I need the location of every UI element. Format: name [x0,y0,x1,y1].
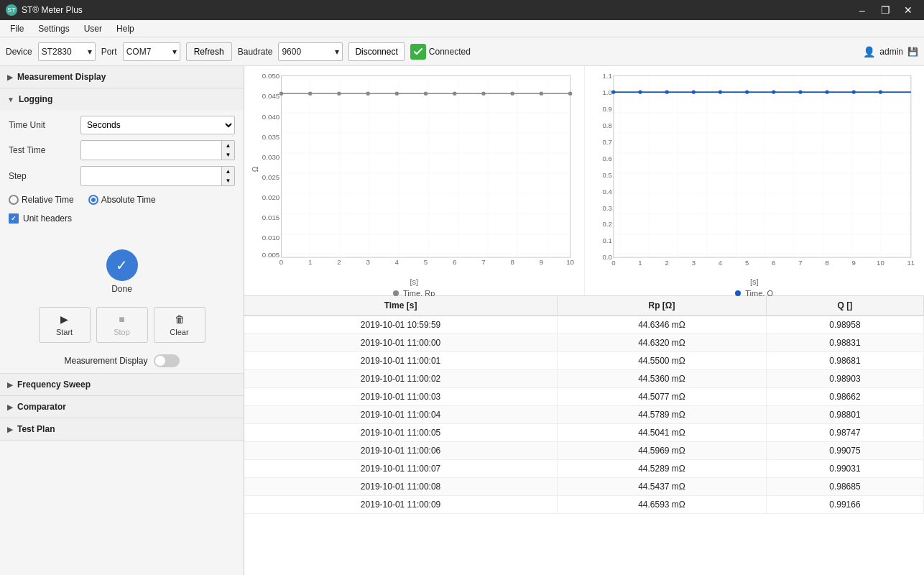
svg-point-32 [568,92,572,96]
disconnect-button[interactable]: Disconnect [348,42,404,61]
time-unit-row: Time Unit Seconds Minutes Hours [9,116,235,134]
measurement-arrow-icon: ▶ [7,73,13,81]
menu-user[interactable]: User [77,22,109,35]
svg-text:3: 3 [691,259,695,267]
table-header-row: Time [s] Rp [Ω] Q [] [244,296,924,316]
svg-text:4: 4 [395,259,399,267]
menu-file[interactable]: File [3,22,31,35]
step-down[interactable]: ▼ [221,176,234,185]
absolute-time-option[interactable]: Absolute Time [88,195,156,205]
test-time-input[interactable]: 10 [81,141,221,160]
svg-text:0.025: 0.025 [262,173,279,181]
start-label: Start [56,328,73,336]
svg-text:0.2: 0.2 [602,221,611,229]
logging-content: Time Unit Seconds Minutes Hours Test Tim… [0,110,244,235]
svg-text:1: 1 [638,259,642,267]
menu-help[interactable]: Help [109,22,142,35]
table-cell: 0.98903 [766,370,923,388]
left-panel: ▶ Measurement Display ▼ Logging Time Uni… [0,66,244,575]
comparator-header[interactable]: ▶ Comparator [0,396,244,418]
table-cell: 0.99031 [766,460,923,478]
done-label: Done [111,284,132,294]
table-cell: 44.5437 mΩ [558,478,767,496]
svg-point-24 [337,92,341,96]
connected-status: Connected [410,44,471,60]
table-row: 2019-10-01 11:00:0944.6593 mΩ0.99166 [244,496,924,514]
restore-button[interactable]: ❐ [875,0,895,20]
q-chart-svg: 1.1 1.0 0.9 0.8 0.7 0.6 0.5 0.4 0.3 0.2 … [591,72,919,274]
close-button[interactable]: ✕ [898,0,918,20]
svg-text:0: 0 [611,259,615,267]
time-mode-row: Relative Time Absolute Time [9,192,235,208]
menu-settings[interactable]: Settings [31,22,76,35]
svg-text:6: 6 [453,259,456,267]
svg-point-61 [718,90,721,93]
user-icon: 👤 [863,46,875,58]
svg-text:0.040: 0.040 [262,113,279,121]
minimize-button[interactable]: – [852,0,872,20]
test-time-up[interactable]: ▲ [221,141,234,150]
app-icon: ST [6,4,17,16]
data-table: Time [s] Rp [Ω] Q [] 2019-10-01 10:59:59… [244,296,924,514]
unit-headers-row[interactable]: Unit headers [9,213,235,224]
svg-text:0.8: 0.8 [602,121,611,129]
relative-time-option[interactable]: Relative Time [9,195,74,205]
svg-text:1.1: 1.1 [602,72,611,80]
table-row: 2019-10-01 11:00:0444.5789 mΩ0.98801 [244,406,924,424]
table-cell: 2019-10-01 11:00:04 [244,406,558,424]
step-up[interactable]: ▲ [221,167,234,176]
step-spinbox[interactable]: 1 ▲ ▼ [80,166,235,186]
table-cell: 0.98685 [766,478,923,496]
device-label: Device [6,47,32,57]
table-cell: 44.6346 mΩ [558,316,767,334]
svg-point-64 [798,90,802,93]
refresh-button[interactable]: Refresh [186,42,232,61]
frequency-arrow-icon: ▶ [7,381,13,389]
table-cell: 2019-10-01 11:00:02 [244,370,558,388]
svg-point-67 [878,90,882,93]
table-cell: 44.5360 mΩ [558,370,767,388]
relative-time-label: Relative Time [22,195,74,205]
svg-text:0.035: 0.035 [262,133,279,141]
done-area: ✓ Done [0,235,244,301]
port-select[interactable]: COM7 ▾ [123,42,180,61]
comparator-section: ▶ Comparator [0,396,244,418]
svg-point-29 [481,92,485,96]
save-config-icon[interactable]: 💾 [907,47,918,57]
stop-button[interactable]: ■ Stop [96,307,148,343]
frequency-sweep-header[interactable]: ▶ Frequency Sweep [0,374,244,395]
clear-button[interactable]: 🗑 Clear [154,307,205,343]
measurement-display-header[interactable]: ▶ Measurement Display [0,66,244,88]
absolute-time-radio[interactable] [88,195,98,205]
table-cell: 0.98662 [766,388,923,406]
stop-icon: ■ [119,313,124,325]
table-cell: 2019-10-01 11:00:07 [244,460,558,478]
start-button[interactable]: ▶ Start [39,307,91,343]
q-grid [613,75,910,257]
relative-time-radio[interactable] [9,195,19,205]
unit-headers-checkbox[interactable] [9,213,19,224]
table-cell: 2019-10-01 11:00:03 [244,388,558,406]
clear-label: Clear [170,328,188,336]
test-time-spinbox[interactable]: 10 ▲ ▼ [80,140,235,160]
svg-text:0.9: 0.9 [602,105,611,113]
test-plan-header[interactable]: ▶ Test Plan [0,418,244,440]
logging-header[interactable]: ▼ Logging [0,88,244,110]
rp-grid [281,75,570,257]
device-select[interactable]: ST2830 ▾ [38,42,96,61]
baudrate-select[interactable]: 9600 ▾ [278,42,343,61]
col-time: Time [s] [244,296,558,316]
test-time-down[interactable]: ▼ [221,150,234,160]
time-unit-select[interactable]: Seconds Minutes Hours [80,116,235,134]
step-spinner: ▲ ▼ [221,167,234,185]
measurement-display-toggle[interactable] [154,354,180,367]
svg-point-30 [510,92,514,96]
rp-chart-svg: 0.050 0.045 0.040 0.035 0.030 0.025 0.02… [250,72,578,274]
table-cell: 44.5041 mΩ [558,424,767,442]
table-cell: 2019-10-01 11:00:08 [244,478,558,496]
connected-label: Connected [429,47,471,57]
svg-point-23 [308,92,312,96]
step-input[interactable]: 1 [81,167,221,185]
table-cell: 2019-10-01 11:00:05 [244,424,558,442]
svg-point-57 [611,90,615,93]
